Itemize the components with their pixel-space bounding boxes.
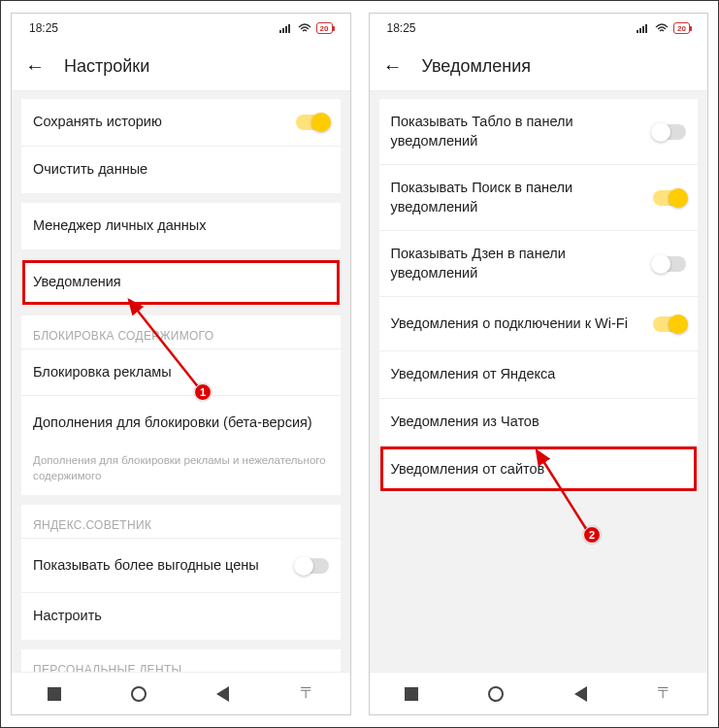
- svg-rect-0: [279, 30, 281, 33]
- nav-bar: 〒: [12, 672, 350, 714]
- toggle-wifi-notif[interactable]: [653, 316, 686, 332]
- back-button[interactable]: ←: [383, 55, 403, 78]
- row-chat-notif[interactable]: Уведомления из Чатов: [379, 398, 699, 446]
- page-title: Настройки: [64, 56, 149, 77]
- row-block-addons[interactable]: Дополнения для блокировки (бета-версия): [21, 395, 341, 449]
- nav-accessibility[interactable]: 〒: [298, 684, 317, 704]
- annotation-badge-1: 1: [194, 383, 212, 401]
- svg-rect-5: [639, 28, 641, 33]
- row-configure[interactable]: Настроить: [21, 592, 341, 640]
- nav-back[interactable]: [213, 684, 233, 704]
- svg-rect-3: [288, 24, 290, 33]
- hint-block-addons: Дополнения для блокировки рекламы и неже…: [21, 449, 341, 495]
- nav-home[interactable]: [486, 684, 506, 704]
- row-show-search[interactable]: Показывать Поиск в панели уведомлений: [379, 164, 699, 230]
- wifi-icon: [655, 23, 669, 33]
- row-show-tablo[interactable]: Показывать Табло в панели уведомлений: [379, 99, 699, 164]
- section-advisor: ЯНДЕКС.СОВЕТНИК: [21, 505, 341, 538]
- row-data-manager[interactable]: Менеджер личных данных: [21, 203, 341, 249]
- svg-rect-6: [642, 26, 644, 33]
- notifications-content: Показывать Табло в панели уведомлений По…: [370, 91, 708, 672]
- svg-rect-1: [282, 28, 284, 33]
- nav-back[interactable]: [571, 684, 590, 704]
- nav-accessibility[interactable]: 〒: [655, 684, 674, 704]
- header: ← Настройки: [12, 43, 350, 91]
- settings-content: Сохранять историю Очистить данные Менедж…: [12, 91, 350, 672]
- row-notifications[interactable]: Уведомления: [21, 259, 341, 306]
- row-clear-data[interactable]: Очистить данные: [21, 146, 341, 193]
- battery-icon: 20: [316, 22, 333, 34]
- status-time: 18:25: [387, 21, 416, 35]
- toggle-show-prices[interactable]: [296, 558, 329, 574]
- nav-home[interactable]: [129, 684, 148, 704]
- row-show-prices[interactable]: Показывать более выгодные цены: [21, 538, 341, 592]
- status-bar: 18:25 20: [12, 14, 350, 43]
- phone-right: 18:25 20 ← Уведомления Показывать Табло …: [369, 13, 709, 715]
- status-icons: 20: [279, 22, 333, 34]
- row-yandex-notif[interactable]: Уведомления от Яндекса: [379, 350, 699, 398]
- svg-rect-7: [645, 24, 647, 33]
- svg-rect-4: [637, 30, 638, 33]
- section-content-blocking: БЛОКИРОВКА СОДЕРЖИМОГО: [21, 315, 341, 348]
- header: ← Уведомления: [370, 43, 708, 91]
- row-save-history[interactable]: Сохранять историю: [21, 99, 341, 146]
- section-feeds: ПЕРСОНАЛЬНЫЕ ЛЕНТЫ: [21, 649, 341, 672]
- row-ad-block[interactable]: Блокировка рекламы: [21, 348, 341, 396]
- row-site-notif[interactable]: Уведомления от сайтов: [379, 446, 699, 493]
- row-show-zen[interactable]: Показывать Дзен в панели уведомлений: [379, 230, 699, 296]
- row-wifi-notif[interactable]: Уведомления о подключении к Wi-Fi: [379, 296, 699, 350]
- wifi-icon: [298, 23, 311, 33]
- svg-rect-2: [285, 26, 287, 33]
- status-time: 18:25: [29, 21, 58, 35]
- toggle-show-search[interactable]: [653, 190, 686, 206]
- nav-bar: 〒: [370, 672, 708, 714]
- status-bar: 18:25 20: [370, 14, 708, 43]
- battery-icon: 20: [673, 22, 690, 34]
- nav-recent[interactable]: [402, 684, 421, 704]
- status-icons: 20: [637, 22, 690, 34]
- nav-recent[interactable]: [45, 684, 64, 704]
- page-title: Уведомления: [422, 56, 532, 77]
- toggle-show-tablo[interactable]: [653, 124, 686, 140]
- annotation-badge-2: 2: [583, 526, 601, 544]
- back-button[interactable]: ←: [25, 55, 45, 78]
- toggle-show-zen[interactable]: [653, 256, 686, 272]
- toggle-save-history[interactable]: [296, 115, 329, 130]
- phone-left: 18:25 20 ← Настройки Сохранять историю О…: [11, 13, 351, 715]
